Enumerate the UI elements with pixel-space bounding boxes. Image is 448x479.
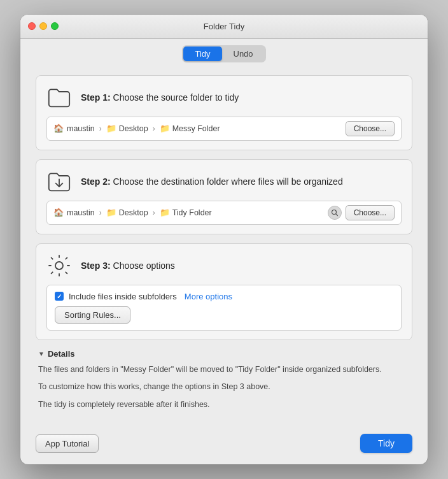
sorting-rules-button[interactable]: Sorting Rules... bbox=[55, 306, 130, 324]
options-area: Include files inside subfolders More opt… bbox=[46, 285, 402, 331]
step2-home-icon: 🏠 bbox=[53, 208, 64, 217]
bottom-bar: App Tutorial Tidy bbox=[20, 426, 428, 464]
app-window: Folder Tidy Tidy Undo Step 1: Choose the… bbox=[20, 15, 428, 464]
step2-choose-button[interactable]: Choose... bbox=[346, 205, 395, 220]
step2-title: Step 2: Choose the destination folder wh… bbox=[81, 176, 343, 187]
step2-path: 🏠 maustin › 📁 Desktop › 📁 Tidy Folder bbox=[53, 208, 212, 217]
step2-actions: Choose... bbox=[328, 205, 395, 220]
svg-line-1 bbox=[335, 214, 337, 216]
step1-choose-button[interactable]: Choose... bbox=[346, 121, 395, 136]
tidy-tab[interactable]: Tidy bbox=[183, 46, 221, 61]
search-icon-button[interactable] bbox=[328, 206, 342, 220]
app-tutorial-button[interactable]: App Tutorial bbox=[36, 434, 99, 453]
details-triangle-icon: ▼ bbox=[38, 350, 45, 357]
step1-desktop: 📁 Desktop bbox=[106, 124, 148, 133]
step2-desktop: 📁 Desktop bbox=[106, 208, 148, 217]
step1-path: 🏠 maustin › 📁 Desktop › 📁 Messy Folder bbox=[53, 124, 220, 133]
step1-header: Step 1: Choose the source folder to tidy bbox=[46, 85, 402, 110]
include-subfolders-checkbox[interactable] bbox=[55, 292, 64, 301]
titlebar: Folder Tidy bbox=[20, 15, 428, 39]
step2-icon bbox=[46, 169, 72, 194]
undo-tab[interactable]: Undo bbox=[222, 46, 265, 61]
tidy-main-button[interactable]: Tidy bbox=[360, 434, 412, 453]
main-content: Step 1: Choose the source folder to tidy… bbox=[20, 68, 428, 426]
minimize-button[interactable] bbox=[39, 22, 47, 30]
toolbar: Tidy Undo bbox=[20, 39, 428, 68]
step3-card: Step 3: Choose options Include files ins… bbox=[36, 243, 412, 340]
step2-user: maustin bbox=[67, 208, 95, 217]
details-body: The files and folders in "Messy Folder" … bbox=[38, 364, 410, 411]
subfolders-row: Include files inside subfolders More opt… bbox=[55, 292, 393, 301]
traffic-lights bbox=[28, 22, 59, 30]
details-section: ▼ Details The files and folders in "Mess… bbox=[36, 349, 412, 411]
details-paragraph1: The files and folders in "Messy Folder" … bbox=[38, 364, 410, 376]
step3-icon bbox=[46, 253, 72, 278]
segmented-control: Tidy Undo bbox=[182, 45, 265, 62]
window-title: Folder Tidy bbox=[204, 22, 244, 31]
close-button[interactable] bbox=[28, 22, 36, 30]
step1-messy-folder: 📁 Messy Folder bbox=[160, 124, 220, 133]
step2-path-row: 🏠 maustin › 📁 Desktop › 📁 Tidy Folder bbox=[46, 201, 402, 225]
details-paragraph2: To customize how this works, change the … bbox=[38, 381, 410, 393]
include-subfolders-label: Include files inside subfolders bbox=[69, 292, 177, 301]
step1-home-icon: 🏠 bbox=[53, 124, 64, 133]
step1-icon bbox=[46, 85, 72, 110]
step3-header: Step 3: Choose options bbox=[46, 253, 402, 278]
details-toggle[interactable]: ▼ Details bbox=[38, 349, 410, 359]
more-options-link[interactable]: More options bbox=[185, 292, 232, 301]
step1-title: Step 1: Choose the source folder to tidy bbox=[81, 92, 239, 103]
step2-tidy-folder: 📁 Tidy Folder bbox=[160, 208, 212, 217]
details-paragraph3: The tidy is completely reversable after … bbox=[38, 399, 410, 411]
step2-card: Step 2: Choose the destination folder wh… bbox=[36, 159, 412, 234]
step1-actions: Choose... bbox=[346, 121, 395, 136]
step2-header: Step 2: Choose the destination folder wh… bbox=[46, 169, 402, 194]
step1-card: Step 1: Choose the source folder to tidy… bbox=[36, 75, 412, 150]
maximize-button[interactable] bbox=[51, 22, 59, 30]
step1-path-row: 🏠 maustin › 📁 Desktop › 📁 Messy Folder C… bbox=[46, 117, 402, 141]
step3-title: Step 3: Choose options bbox=[81, 261, 175, 271]
step1-user: maustin bbox=[67, 124, 95, 133]
details-label: Details bbox=[48, 349, 75, 359]
